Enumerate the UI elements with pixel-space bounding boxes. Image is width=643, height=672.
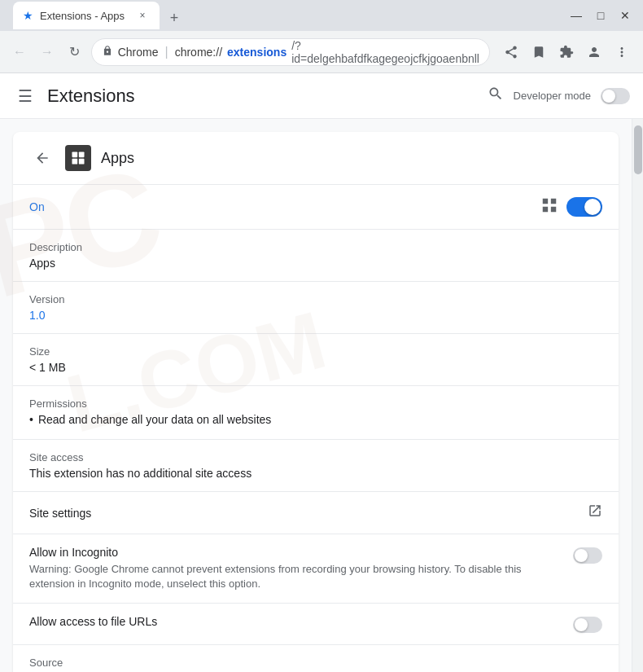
external-link-icon (588, 503, 602, 522)
extension-detail-card: Apps On (13, 132, 619, 672)
extension-detail-area: PC L.COM Apps (0, 119, 632, 672)
maximize-button[interactable]: □ (589, 4, 612, 27)
browser-tab[interactable]: ★ Extensions - Apps × (13, 2, 160, 29)
url-suffix: /?id=delgehbafdfkagegeojcfkjgoaenbnll (291, 39, 479, 65)
permissions-label: Permissions (29, 397, 602, 410)
extension-name: Apps (101, 150, 134, 167)
description-row: Description Apps (13, 230, 619, 282)
url-highlight: extensions (227, 46, 287, 59)
profile-icon[interactable] (581, 39, 607, 65)
search-icon[interactable] (488, 86, 504, 106)
bookmark-icon[interactable] (526, 39, 552, 65)
status-right (540, 196, 602, 217)
permission-item: Read and change all your data on all web… (29, 413, 602, 426)
site-access-value: This extension has no additional site ac… (29, 467, 602, 480)
scrollbar-thumb[interactable] (634, 125, 642, 174)
page-title: Extensions (47, 86, 135, 107)
new-tab-button[interactable]: + (163, 7, 186, 29)
description-value: Apps (29, 257, 602, 270)
grid-view-icon[interactable] (540, 196, 558, 217)
back-button[interactable] (29, 145, 55, 171)
tab-close-button[interactable]: × (135, 8, 150, 23)
site-access-label: Site access (29, 451, 602, 463)
reload-button[interactable]: ↻ (63, 39, 86, 65)
scrollbar-track[interactable] (632, 119, 643, 672)
file-urls-title: Allow access to file URLs (29, 615, 560, 628)
developer-mode-label: Developer mode (514, 90, 591, 102)
status-on-label: On (29, 200, 45, 213)
file-urls-content: Allow access to file URLs (29, 615, 560, 631)
site-access-row: Site access This extension has no additi… (13, 440, 619, 492)
tab-favicon: ★ (23, 9, 33, 22)
url-prefix: chrome:// (175, 46, 222, 59)
close-button[interactable]: ✕ (614, 4, 636, 27)
version-label: Version (29, 293, 602, 305)
incognito-title: Allow in Incognito (29, 546, 560, 559)
menu-icon[interactable] (609, 39, 635, 65)
extensions-header: ☰ Extensions Developer mode (0, 73, 643, 119)
omnibar: ← → ↻ Chrome | chrome://extensions/?id=d… (0, 31, 643, 73)
site-settings-label: Site settings (29, 507, 91, 520)
minimize-button[interactable]: ― (565, 4, 588, 27)
svg-rect-2 (72, 159, 78, 165)
extensions-icon[interactable] (553, 39, 580, 65)
toolbar-icons (498, 39, 635, 65)
menu-button[interactable]: ☰ (13, 81, 37, 111)
back-button[interactable]: ← (8, 39, 31, 65)
svg-rect-0 (72, 152, 78, 158)
developer-mode-toggle[interactable] (601, 88, 630, 104)
status-row: On (13, 185, 619, 230)
header-right: Developer mode (488, 86, 630, 106)
source-label: Source (29, 657, 602, 669)
svg-rect-1 (79, 152, 85, 158)
source-row: Source Not from Chrome Web Store. (13, 645, 619, 672)
address-bar[interactable]: Chrome | chrome://extensions/?id=delgehb… (91, 38, 490, 66)
file-urls-row: Allow access to file URLs (13, 604, 619, 645)
extension-enabled-toggle[interactable] (566, 197, 602, 217)
description-label: Description (29, 241, 602, 253)
size-label: Size (29, 345, 602, 358)
url-separator: | (165, 45, 168, 59)
page-content: ☰ Extensions Developer mode (0, 73, 643, 672)
chrome-label: Chrome (118, 46, 159, 59)
allow-incognito-row: Allow in Incognito Warning: Google Chrom… (13, 534, 619, 604)
lock-icon (102, 45, 113, 59)
svg-rect-3 (79, 159, 85, 165)
incognito-desc: Warning: Google Chrome cannot prevent ex… (29, 562, 560, 591)
site-settings-row[interactable]: Site settings (13, 492, 619, 534)
version-row: Version 1.0 (13, 282, 619, 334)
incognito-content: Allow in Incognito Warning: Google Chrom… (29, 546, 560, 591)
forward-button[interactable]: → (36, 39, 59, 65)
permissions-list: Read and change all your data on all web… (29, 413, 602, 426)
share-icon[interactable] (498, 39, 524, 65)
incognito-toggle[interactable] (573, 547, 602, 564)
detail-header: Apps (13, 132, 619, 185)
version-value: 1.0 (29, 309, 602, 322)
size-row: Size < 1 MB (13, 334, 619, 386)
extensions-page: ☰ Extensions Developer mode (0, 73, 643, 672)
size-value: < 1 MB (29, 361, 602, 374)
file-urls-toggle[interactable] (573, 617, 602, 633)
tab-title: Extensions - Apps (40, 10, 129, 22)
extension-icon (65, 145, 91, 171)
permissions-row: Permissions Read and change all your dat… (13, 386, 619, 440)
